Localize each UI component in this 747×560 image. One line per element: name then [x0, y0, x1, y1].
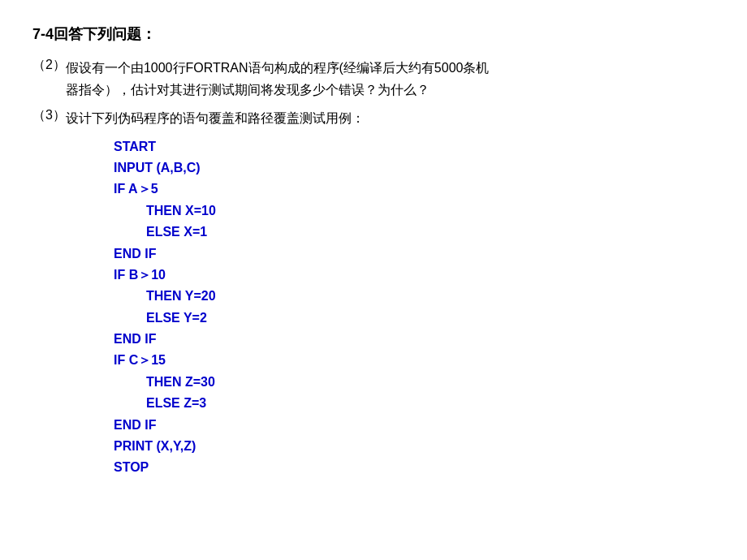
code-line: END IF	[114, 415, 715, 436]
code-line: ELSE Y=2	[114, 308, 715, 329]
code-line: END IF	[114, 243, 715, 265]
q2-label: （2）	[32, 57, 66, 74]
code-line: THEN Y=20	[114, 286, 715, 307]
q2-text: 假设有一个由1000行FORTRAN语句构成的程序(经编译后大约有5000条机 …	[66, 57, 490, 101]
question-2: （2） 假设有一个由1000行FORTRAN语句构成的程序(经编译后大约有500…	[32, 57, 715, 101]
code-line: THEN Z=30	[114, 372, 715, 393]
q3-intro: 设计下列伪码程序的语句覆盖和路径覆盖测试用例：	[66, 111, 365, 125]
code-line: IF C＞15	[114, 350, 715, 371]
code-line: STOP	[114, 457, 715, 478]
code-line: INPUT (A,B,C)	[114, 157, 715, 179]
code-line: ELSE Z=3	[114, 393, 715, 414]
code-line: THEN X=10	[114, 200, 715, 222]
q2-line2: 器指令），估计对其进行测试期间将发现多少个错误？为什么？	[66, 83, 430, 97]
code-line: IF A＞5	[114, 179, 715, 200]
q3-label: （3）	[32, 107, 66, 124]
code-line: END IF	[114, 329, 715, 350]
code-line: ELSE X=1	[114, 222, 715, 243]
question-3: （3） 设计下列伪码程序的语句覆盖和路径覆盖测试用例：	[32, 107, 715, 129]
code-line: START	[114, 136, 715, 157]
code-line: IF B＞10	[114, 265, 715, 286]
q2-line1: 假设有一个由1000行FORTRAN语句构成的程序(经编译后大约有5000条机	[66, 61, 490, 75]
code-block: STARTINPUT (A,B,C)IF A＞5THEN X=10ELSE X=…	[32, 136, 715, 479]
section-title: 7-4回答下列问题：	[32, 24, 715, 44]
code-line: PRINT (X,Y,Z)	[114, 436, 715, 457]
q3-text: 设计下列伪码程序的语句覆盖和路径覆盖测试用例：	[66, 107, 365, 129]
page-container: 7-4回答下列问题： （2） 假设有一个由1000行FORTRAN语句构成的程序…	[0, 0, 747, 503]
